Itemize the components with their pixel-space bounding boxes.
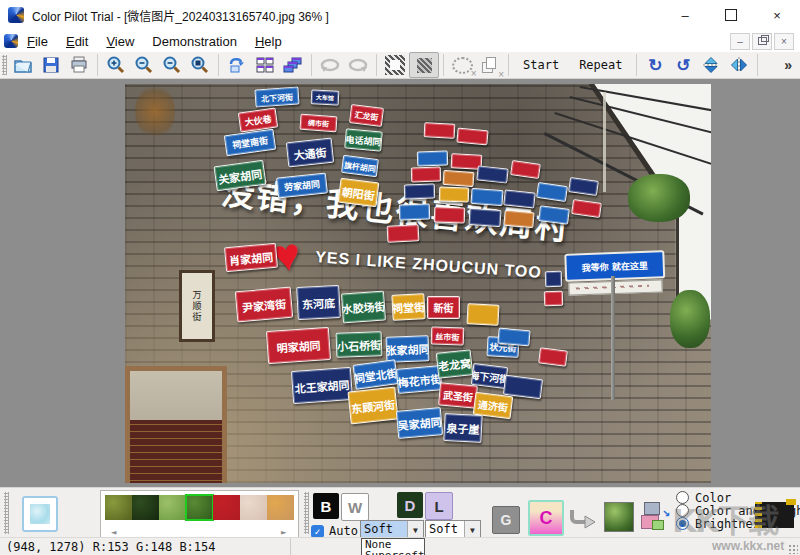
street-sign — [456, 128, 488, 146]
color-swatch-2[interactable] — [132, 495, 159, 520]
street-sign: 小石桥街 — [336, 331, 383, 358]
toolbar-overflow-button[interactable]: » — [784, 57, 792, 73]
flip-horizontal-button[interactable] — [725, 53, 753, 77]
swatch-scroll-left[interactable]: ◄ — [111, 527, 116, 537]
panel-grip[interactable] — [4, 492, 9, 534]
zoom-100-icon — [162, 55, 182, 75]
filmstrip-icon[interactable] — [755, 502, 794, 528]
street-sign: 旗杆胡同 — [341, 155, 379, 177]
street-sign — [503, 210, 534, 229]
pixel-info: (948, 1278) R:153 G:148 B:154 — [6, 540, 216, 554]
cascade-windows-button[interactable] — [279, 53, 307, 77]
menu-item-demonstration[interactable]: Demonstration — [143, 32, 246, 51]
start-button[interactable]: Start — [513, 58, 569, 72]
texture-tool-button[interactable] — [22, 496, 58, 532]
menu-item-file[interactable]: File — [18, 32, 57, 51]
street-sign: 吴家胡同 — [396, 407, 443, 439]
dropdown-option-supersoft[interactable]: Supersoft — [362, 550, 424, 555]
dark-button[interactable]: D — [397, 492, 423, 518]
image-canvas[interactable]: 万顺街 没错，我也很喜欢周村 ♥ YES I LIKE ZHOUCUN TOO … — [125, 84, 711, 483]
street-sign: 老龙窝 — [436, 349, 474, 379]
zoom-out-button[interactable] — [130, 53, 158, 77]
color-swatch-6[interactable] — [240, 495, 267, 520]
street-sign: 祠堂街 — [391, 293, 425, 321]
color-button-active[interactable]: C — [528, 500, 564, 536]
printer-icon — [69, 55, 89, 75]
street-sign: 大通街 — [286, 138, 334, 168]
texture-swatch-icon — [30, 504, 50, 524]
conduit-pipe — [603, 92, 606, 192]
selection-border-button[interactable] — [381, 53, 409, 77]
radio-color[interactable] — [676, 491, 689, 504]
street-sign — [443, 170, 475, 187]
repeat-button[interactable]: Repeat — [569, 58, 632, 72]
zoom-in-icon — [106, 55, 126, 75]
zoom-selection-button[interactable] — [186, 53, 214, 77]
mdi-minimize-button[interactable]: – — [730, 33, 750, 50]
title-bar: Color Pilot Trial - [微信图片_20240313165740… — [0, 0, 800, 30]
street-sign: 汇龙街 — [349, 104, 384, 127]
restore-icon — [758, 37, 767, 45]
radio-color-and-brightness[interactable] — [676, 504, 689, 517]
direction-sign: 我等你 就在这里 — [564, 250, 665, 295]
flip-vertical-button[interactable] — [697, 53, 725, 77]
street-sign — [510, 160, 541, 179]
selection-fill-button[interactable] — [409, 52, 439, 78]
redo-button[interactable] — [344, 53, 372, 77]
menu-item-edit[interactable]: Edit — [57, 32, 97, 51]
cascade-icon — [283, 55, 303, 75]
toolbar-grip[interactable] — [2, 55, 7, 75]
street-sign — [470, 188, 503, 206]
selection-border-icon — [385, 55, 405, 75]
color-swatch-1[interactable] — [105, 495, 132, 520]
close-button[interactable]: × — [754, 0, 800, 30]
panel-grip[interactable] — [304, 492, 309, 534]
selection-fill-icon — [417, 58, 432, 73]
color-swatch-3[interactable] — [159, 495, 186, 520]
gray-button[interactable]: G — [492, 506, 520, 534]
undo-button[interactable] — [316, 53, 344, 77]
rotate-cw-button[interactable]: ↻ — [641, 53, 669, 77]
light-button[interactable]: L — [425, 492, 453, 520]
street-sign — [424, 122, 456, 139]
street-sign — [545, 271, 563, 288]
open-button[interactable] — [9, 53, 37, 77]
white-point-button[interactable]: W — [341, 493, 369, 521]
print-button[interactable] — [65, 53, 93, 77]
rotate-pages-button[interactable] — [223, 53, 251, 77]
wall-headline-english: YES I LIKE ZHOUCUN TOO — [315, 248, 543, 282]
undo-icon — [319, 55, 341, 75]
save-button[interactable] — [37, 53, 65, 77]
swatch-scroll-right[interactable]: ► — [281, 527, 286, 537]
texture-sample-button[interactable] — [604, 502, 634, 532]
color-swatch-5[interactable] — [213, 495, 240, 520]
street-sign: 北下河街 — [254, 86, 299, 107]
clear-ellipse-selection-button[interactable]: × — [448, 53, 476, 77]
color-swatch-7[interactable] — [267, 495, 294, 520]
street-sign — [544, 291, 564, 307]
rotate-ccw-button[interactable]: ↺ — [669, 53, 697, 77]
options-panel: ◄ ► B W ✓ Auto D L Soft▼ Soft▼ G C ↘ Col… — [0, 487, 800, 538]
auto-checkbox[interactable]: ✓ — [311, 525, 324, 538]
rect-deselect-icon: × — [482, 57, 498, 73]
resize-grip[interactable] — [788, 544, 798, 554]
tile-windows-button[interactable] — [251, 53, 279, 77]
maximize-icon — [725, 9, 737, 21]
radio-brightness[interactable] — [676, 517, 689, 530]
clear-rect-selection-button[interactable]: × — [476, 53, 504, 77]
mdi-close-button[interactable]: × — [774, 33, 794, 50]
minimize-button[interactable]: – — [662, 0, 708, 30]
menu-item-help[interactable]: Help — [246, 32, 291, 51]
black-point-button[interactable]: B — [313, 493, 339, 519]
status-divider — [290, 538, 291, 555]
maximize-button[interactable] — [708, 0, 754, 30]
mdi-restore-button[interactable] — [752, 33, 772, 50]
floppy-icon — [41, 55, 61, 75]
menu-item-view[interactable]: View — [97, 32, 143, 51]
zoom-out-icon — [134, 55, 154, 75]
street-sign — [439, 186, 470, 202]
zoom-in-button[interactable] — [102, 53, 130, 77]
color-swatch-4[interactable] — [186, 495, 213, 520]
zoom-100-button[interactable] — [158, 53, 186, 77]
window-title: Color Pilot Trial - [微信图片_20240313165740… — [32, 7, 329, 24]
